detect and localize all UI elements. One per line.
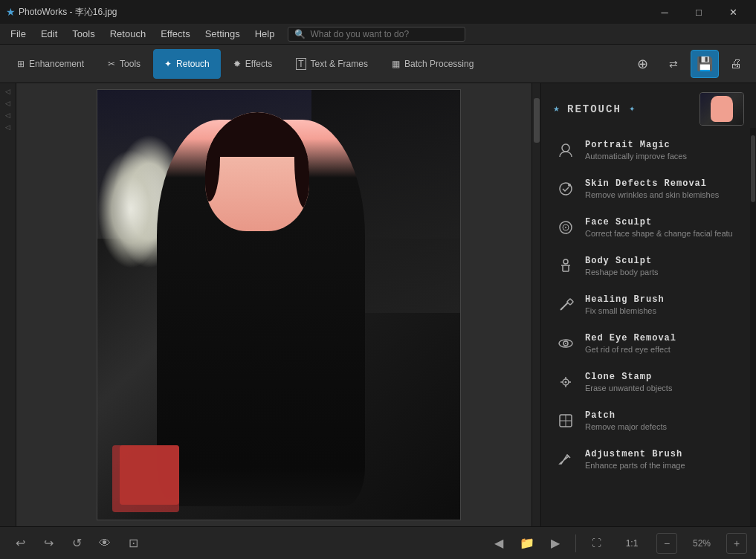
app-icon: ★	[6, 6, 16, 18]
left-tool-3[interactable]: ◁	[1, 110, 15, 120]
main-area: ◁ ◁ ◁ ◁	[0, 83, 756, 526]
body-sculpt-title: Body Sculpt	[585, 256, 742, 266]
face-sculpt-title: Face Sculpt	[585, 217, 742, 227]
portrait-magic-icon	[555, 140, 576, 161]
left-tool-4[interactable]: ◁	[1, 122, 15, 132]
right-panel: ★ RETOUCH ✦ Portrait Magic	[540, 83, 756, 526]
retouch-list: Portrait Magic Automatically improve fac…	[541, 132, 756, 526]
panel-title: RETOUCH	[567, 103, 621, 115]
star-right: ✦	[629, 105, 635, 113]
patch-desc: Remove major defects	[585, 422, 742, 431]
red-eye-icon	[555, 333, 576, 354]
minimize-button[interactable]: ─	[647, 0, 682, 24]
toolbar-right: ⊕ ⇄ 💾 🖨	[628, 50, 750, 78]
body-sculpt-icon	[555, 256, 576, 277]
skin-defects-title: Skin Defects Removal	[585, 178, 742, 189]
retouch-item-healing-brush[interactable]: Healing Brush Fix small blemishes	[547, 286, 750, 323]
canvas-scrollbar[interactable]	[532, 83, 540, 526]
text-frames-button[interactable]: T Text & Frames	[285, 49, 379, 79]
portrait-magic-desc: Automatically improve faces	[585, 152, 742, 161]
menu-settings[interactable]: Settings	[198, 25, 248, 42]
print-button[interactable]: 🖨	[722, 50, 750, 78]
text-frames-icon: T	[296, 58, 306, 70]
canvas-area	[16, 83, 540, 526]
retouch-item-red-eye[interactable]: Red Eye Removal Get rid of red eye effec…	[547, 325, 750, 362]
svg-point-14	[565, 381, 567, 384]
undo-button[interactable]: ↩	[9, 532, 31, 555]
compare-button[interactable]: ⇄	[659, 50, 688, 78]
enhancement-icon: ⊞	[17, 59, 25, 69]
enhancement-button[interactable]: ⊞ Enhancement	[6, 49, 95, 79]
titlebar: ★ PhotoWorks - 李沁16.jpg ─ □ ✕	[0, 0, 756, 24]
retouch-icon: ✦	[164, 59, 172, 69]
menu-help[interactable]: Help	[248, 25, 282, 42]
red-eye-desc: Get rid of red eye effect	[585, 345, 742, 354]
canvas-placeholder	[16, 83, 540, 526]
menu-file[interactable]: File	[3, 25, 33, 42]
retouch-button[interactable]: ✦ Retouch	[153, 49, 221, 79]
retouch-item-clone-stamp[interactable]: Clone Stamp Erase unwanted objects	[547, 363, 750, 401]
effects-icon: ✸	[233, 59, 241, 69]
face-sculpt-icon	[555, 217, 576, 238]
svg-point-6	[563, 259, 568, 264]
star-left: ★	[553, 105, 560, 113]
retouch-item-adjustment-brush[interactable]: Adjustment Brush Enhance parts of the im…	[547, 441, 750, 478]
retouch-item-patch[interactable]: Patch Remove major defects	[547, 402, 750, 439]
adjustment-brush-icon	[555, 449, 576, 470]
clone-stamp-desc: Erase unwanted objects	[585, 384, 742, 392]
search-box: 🔍	[288, 27, 465, 42]
menu-tools[interactable]: Tools	[65, 25, 102, 42]
face-sculpt-desc: Correct face shape & change facial featu	[585, 229, 742, 238]
batch-button[interactable]: ▦ Batch Processing	[381, 49, 485, 79]
folder-button[interactable]: 📁	[516, 532, 538, 555]
nav-prev-button[interactable]: ◀	[488, 532, 510, 555]
svg-point-12	[565, 343, 566, 344]
nav-next-button[interactable]: ▶	[544, 532, 566, 555]
retouch-item-portrait-magic[interactable]: Portrait Magic Automatically improve fac…	[547, 132, 750, 169]
effects-button[interactable]: ✸ Effects	[222, 49, 283, 79]
left-tool-2[interactable]: ◁	[1, 98, 15, 109]
tools-button[interactable]: ✂ Tools	[97, 49, 152, 79]
menu-retouch[interactable]: Retouch	[103, 25, 153, 42]
retouch-item-skin-defects[interactable]: Skin Defects Removal Remove wrinkles and…	[547, 170, 750, 207]
panel-header: ★ RETOUCH ✦	[541, 83, 756, 132]
left-tool-strip: ◁ ◁ ◁ ◁	[0, 83, 16, 526]
zoom-in-button[interactable]: +	[726, 533, 747, 554]
batch-icon: ▦	[392, 59, 400, 69]
healing-brush-title: Healing Brush	[585, 294, 742, 305]
healing-brush-desc: Fix small blemishes	[585, 306, 742, 315]
search-icon: 🔍	[294, 29, 306, 39]
zoom-out-button[interactable]: −	[656, 533, 677, 554]
toolbar: ⊞ Enhancement ✂ Tools ✦ Retouch ✸ Effect…	[0, 45, 756, 83]
reset-button[interactable]: ↺	[65, 532, 88, 555]
add-preset-button[interactable]: ⊕	[628, 50, 656, 78]
menu-edit[interactable]: Edit	[33, 25, 65, 42]
clone-stamp-icon	[555, 372, 576, 392]
menu-effects[interactable]: Effects	[153, 25, 198, 42]
preview-button[interactable]: 👁	[94, 532, 116, 555]
window-title: PhotoWorks - 李沁16.jpg	[19, 6, 647, 19]
svg-point-2	[568, 184, 571, 187]
retouch-item-face-sculpt[interactable]: Face Sculpt Correct face shape & change …	[547, 209, 750, 246]
zoom-percent: 52%	[683, 538, 720, 549]
panel-scrollbar[interactable]	[750, 128, 756, 526]
red-eye-title: Red Eye Removal	[585, 333, 742, 343]
window-controls: ─ □ ✕	[647, 0, 750, 24]
restore-button[interactable]: □	[682, 0, 716, 24]
crop-button[interactable]: ⊡	[122, 532, 144, 555]
svg-line-9	[561, 308, 563, 309]
portrait-magic-title: Portrait Magic	[585, 140, 742, 150]
adjustment-brush-title: Adjustment Brush	[585, 449, 742, 459]
svg-point-0	[562, 144, 569, 152]
body-sculpt-desc: Reshape body parts	[585, 268, 742, 277]
redo-button[interactable]: ↪	[37, 532, 59, 555]
panel-thumbnail	[700, 92, 744, 126]
retouch-item-body-sculpt[interactable]: Body Sculpt Reshape body parts	[547, 248, 750, 285]
search-input[interactable]	[310, 29, 459, 39]
left-tool-1[interactable]: ◁	[1, 86, 15, 97]
svg-rect-8	[567, 299, 573, 305]
close-button[interactable]: ✕	[716, 0, 750, 24]
save-button[interactable]: 💾	[691, 50, 719, 78]
patch-icon	[555, 410, 576, 431]
fullscreen-button[interactable]: ⛶	[585, 532, 607, 555]
